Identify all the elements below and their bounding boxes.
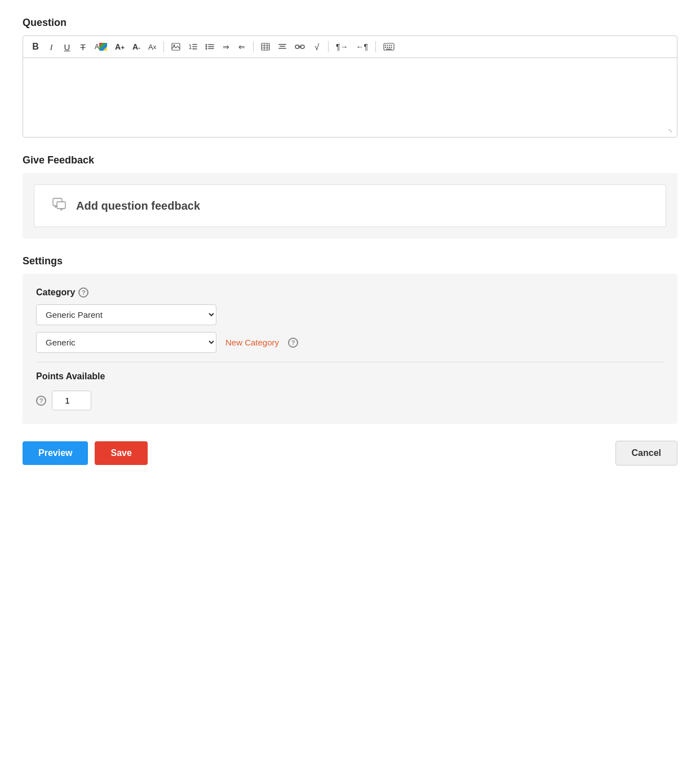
- feedback-icon: [51, 196, 67, 215]
- svg-rect-9: [208, 45, 214, 46]
- table-button[interactable]: [258, 39, 273, 54]
- toolbar-divider-2: [253, 41, 254, 52]
- strikethrough-button[interactable]: T: [76, 39, 90, 54]
- category-help-icon[interactable]: ?: [78, 287, 88, 298]
- question-label: Question: [23, 17, 677, 29]
- toolbar-divider-1: [163, 41, 164, 52]
- indent-right-button[interactable]: ⇒: [219, 39, 233, 54]
- svg-rect-31: [391, 47, 392, 48]
- svg-rect-24: [385, 45, 386, 46]
- toolbar-divider-3: [328, 41, 329, 52]
- footer-buttons: Preview Save Cancel: [23, 441, 677, 466]
- font-reset-button[interactable]: Ax: [145, 39, 159, 54]
- question-text-area[interactable]: ⤡: [23, 58, 677, 137]
- points-help-icon[interactable]: ?: [36, 396, 46, 406]
- toolbar-divider-4: [375, 41, 376, 52]
- add-feedback-button[interactable]: Add question feedback: [34, 184, 666, 227]
- svg-rect-26: [389, 45, 390, 46]
- font-size-down-button[interactable]: A-: [130, 39, 143, 54]
- feedback-box: Add question feedback: [23, 173, 677, 238]
- italic-button[interactable]: I: [45, 39, 58, 54]
- category-label: Category ?: [36, 287, 664, 298]
- parent-category-select[interactable]: Generic Parent Other: [36, 304, 216, 325]
- font-color-button[interactable]: A: [92, 39, 110, 54]
- resize-handle[interactable]: ⤡: [668, 128, 675, 135]
- cancel-button[interactable]: Cancel: [615, 441, 677, 466]
- feedback-label: Give Feedback: [23, 154, 677, 166]
- new-category-help-icon[interactable]: ?: [288, 338, 298, 348]
- svg-rect-25: [387, 45, 388, 46]
- ordered-list-button[interactable]: 1.: [185, 39, 200, 54]
- font-size-up-button[interactable]: A+: [112, 39, 127, 54]
- rtl-button[interactable]: ←¶: [353, 39, 371, 54]
- svg-rect-3: [192, 44, 197, 45]
- question-editor: B I U T A A+ A- Ax 1.: [23, 36, 677, 138]
- save-button[interactable]: Save: [95, 441, 147, 465]
- image-button[interactable]: [169, 39, 183, 54]
- svg-rect-30: [389, 47, 390, 48]
- align-button[interactable]: [275, 39, 290, 54]
- feedback-button-label: Add question feedback: [76, 200, 200, 212]
- underline-button[interactable]: U: [60, 39, 74, 54]
- points-label: Points Available: [36, 371, 664, 382]
- settings-box: Category ? Generic Parent Other Generic …: [23, 274, 677, 424]
- svg-rect-4: [192, 46, 197, 47]
- editor-toolbar: B I U T A A+ A- Ax 1.: [23, 36, 677, 58]
- points-row: ?: [36, 391, 664, 410]
- preview-button[interactable]: Preview: [23, 441, 88, 465]
- svg-rect-32: [386, 49, 392, 50]
- svg-rect-29: [387, 47, 388, 48]
- svg-rect-17: [278, 44, 286, 45]
- settings-divider: [36, 362, 664, 362]
- svg-rect-19: [278, 48, 286, 49]
- settings-label: Settings: [23, 255, 677, 267]
- svg-rect-34: [57, 202, 65, 209]
- bold-button[interactable]: B: [29, 39, 42, 54]
- category-row: Generic Other New Category ?: [36, 332, 664, 353]
- question-section: Question B I U T A A+ A- Ax 1.: [23, 17, 677, 138]
- link-button[interactable]: [292, 39, 308, 54]
- unordered-list-button[interactable]: [202, 39, 217, 54]
- points-input[interactable]: [52, 391, 91, 410]
- svg-rect-27: [391, 45, 392, 46]
- ltr-button[interactable]: ¶→: [333, 39, 351, 54]
- sqrt-button[interactable]: √: [310, 39, 324, 54]
- svg-point-8: [206, 48, 207, 50]
- new-category-link[interactable]: New Category: [225, 338, 279, 347]
- svg-rect-28: [385, 47, 386, 48]
- svg-rect-11: [208, 48, 214, 50]
- svg-point-6: [206, 44, 207, 46]
- child-category-select[interactable]: Generic Other: [36, 332, 216, 353]
- svg-rect-5: [192, 48, 197, 50]
- keyboard-button[interactable]: [380, 39, 397, 54]
- feedback-section: Give Feedback Add question feedback: [23, 154, 677, 238]
- settings-section: Settings Category ? Generic Parent Other…: [23, 255, 677, 424]
- svg-rect-10: [208, 46, 214, 47]
- svg-rect-12: [262, 43, 269, 50]
- svg-rect-18: [280, 46, 285, 47]
- svg-point-7: [206, 46, 207, 48]
- indent-left-button[interactable]: ⇐: [235, 39, 249, 54]
- svg-rect-0: [172, 43, 180, 50]
